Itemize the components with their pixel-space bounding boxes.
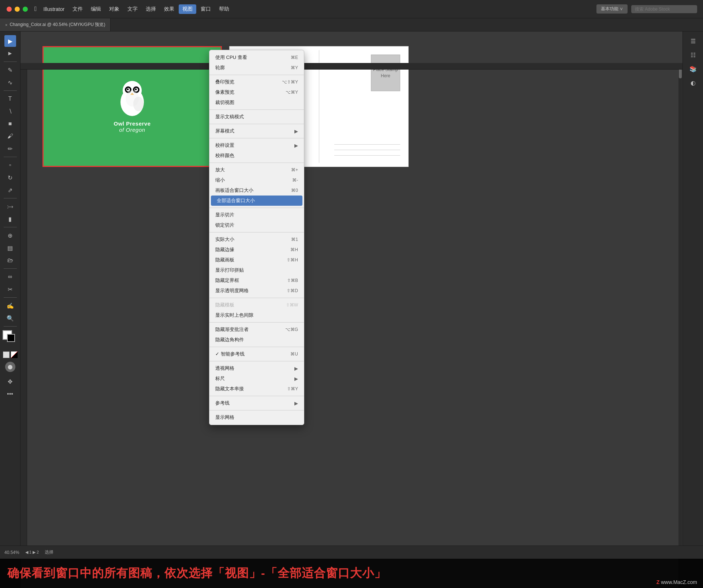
blend-tool[interactable]: ∞ [4,271,16,283]
menu-item-hide-artboards[interactable]: 隐藏画板 ⇧⌘H [209,255,304,265]
menu-item-overprint[interactable]: 叠印预览 ⌥⇧⌘Y [209,77,304,87]
watermark: Z www.MacZ.com [656,579,697,585]
more-tools[interactable]: ••• [4,388,16,400]
menu-item-fit-artboard[interactable]: 画板适合窗口大小 ⌘0 [209,185,304,196]
stamp-area: Place Stamp Here [371,55,400,91]
menu-item-show-transparency-grid[interactable]: 显示透明度网格 ⇧⌘D [209,286,304,296]
svg-point-7 [135,89,137,90]
hand-tool[interactable]: ✍ [4,300,16,312]
menu-item-lock-slices[interactable]: 锁定切片 [209,220,304,230]
nav-arrows[interactable]: ◀ 1 ▶ 2 [25,550,39,555]
select-tool[interactable]: ▶ [4,35,16,47]
menu-item-zoom-out[interactable]: 缩小 ⌘- [209,175,304,185]
none-color[interactable] [3,351,10,358]
warp-tool[interactable]: ⧴ [4,201,16,212]
paint-brush-tool[interactable]: 🖌 [4,130,16,142]
instruction-text: 确保看到窗口中的所有图稿，依次选择「视图」-「全部适合窗口大小」 [7,565,386,581]
stroke-color-box[interactable] [7,334,15,342]
scissor-tool[interactable]: ✂ [4,283,16,295]
type-tool[interactable]: T [4,93,16,105]
menu-text[interactable]: 文字 [124,4,141,14]
vertical-scrollbar[interactable] [678,63,682,588]
view-dropdown-menu: 使用 CPU 查看 ⌘E 轮廓 ⌘Y 叠印预览 ⌥⇧⌘Y 像素预览 ⌥⌘Y [209,50,304,425]
menu-view[interactable]: 视图 [179,4,196,14]
fullscreen-button[interactable] [23,7,28,12]
menu-item-cpu-view[interactable]: 使用 CPU 查看 ⌘E [209,52,304,63]
menu-item-proof-setup[interactable]: 校样设置 ▶ [209,140,304,150]
swap-colors[interactable] [11,351,18,358]
pen-tool[interactable]: ✎ [4,64,16,76]
menu-item-smart-guides[interactable]: ✓ 智能参考线 ⌘U [209,349,304,359]
minimize-button[interactable] [15,7,20,12]
menu-item-fit-all[interactable]: 全部适合窗口大小 [211,196,302,206]
menu-item-hide-template[interactable]: 隐藏模板 ⇧⌘W [209,300,304,310]
mesh-tool[interactable]: ⊕ [4,230,16,241]
address-lines [334,144,400,156]
tab-close-icon[interactable]: × [5,23,7,27]
menu-file[interactable]: 文件 [69,4,86,14]
menu-item-show-live-paint-gaps[interactable]: 显示实时上色间隙 [209,310,304,320]
document-tab[interactable]: × Changing_Color.ai @ 40.54% (CMYK/GPU 预… [0,18,111,31]
menu-item-presentation-mode[interactable]: 显示文稿模式 [209,112,304,122]
pencil-tool[interactable]: ✏ [4,143,16,155]
menu-section-9: 隐藏模板 ⇧⌘W 显示实时上色间隙 [209,299,304,321]
fill-mode[interactable]: ⬤ [5,362,15,372]
menu-help[interactable]: 帮助 [215,4,233,14]
menu-item-pixel-preview[interactable]: 像素预览 ⌥⌘Y [209,87,304,97]
menu-item-screen-mode[interactable]: 屏幕模式 ▶ [209,126,304,136]
menu-item-perspective-grid[interactable]: 透视网格 ▶ [209,363,304,373]
rectangle-tool[interactable]: ■ [4,118,16,130]
menu-item-rulers[interactable]: 标尺 ▶ [209,373,304,384]
scale-tool[interactable]: ⇗ [4,184,16,196]
menu-item-show-slices[interactable]: 显示切片 [209,210,304,220]
menu-window[interactable]: 窗口 [197,4,215,14]
addr-line-1 [334,144,400,145]
menu-section-10: 隐藏渐变批注者 ⌥⌘G 隐藏边角构件 [209,324,304,346]
menu-item-actual-size[interactable]: 实际大小 ⌘1 [209,234,304,245]
gradient-tool[interactable]: ▤ [4,242,16,254]
menu-object[interactable]: 对象 [105,4,123,14]
vertical-ruler [21,70,27,546]
menu-item-hide-bounding-box[interactable]: 隐藏定界框 ⇧⌘B [209,275,304,286]
line-tool[interactable]: ∖ [4,105,16,117]
menu-item-crop-view[interactable]: 裁切视图 [209,97,304,108]
menu-edit[interactable]: 编辑 [87,4,105,14]
menu-item-hide-edges[interactable]: 隐藏边缘 ⌘H [209,245,304,255]
menu-item-hide-gradient-annotator[interactable]: 隐藏渐变批注者 ⌥⌘G [209,324,304,335]
eraser-tool[interactable]: ▫ [4,159,16,171]
menu-item-hide-text-threads[interactable]: 隐藏文本串接 ⇧⌘Y [209,384,304,394]
search-input[interactable] [631,5,697,13]
libraries-icon[interactable]: 📚 [687,63,699,75]
menu-select[interactable]: 选择 [142,4,160,14]
menu-item-hide-corner-widget[interactable]: 隐藏边角构件 [209,335,304,345]
menu-bar: Illustrator 文件 编辑 对象 文字 选择 效果 视图 窗口 帮助 [40,4,596,14]
menu-item-guides[interactable]: 参考线 ▶ [209,398,304,408]
rotate-tool[interactable]: ↻ [4,172,16,183]
menu-effect[interactable]: 效果 [160,4,178,14]
curvature-tool[interactable]: ∿ [4,77,16,88]
menu-item-zoom-in[interactable]: 放大 ⌘+ [209,165,304,175]
properties-icon[interactable]: ☷ [687,49,699,61]
eyedropper-tool[interactable]: 🗁 [4,254,16,266]
tab-title: Changing_Color.ai @ 40.54% (CMYK/GPU 预览) [10,22,105,28]
menu-item-proof-colors[interactable]: 校样颜色 [209,150,304,161]
selection-label: 选择 [45,549,53,555]
menu-section-3: 显示文稿模式 [209,111,304,123]
workspace-button[interactable]: 基本功能 ∨ [596,4,628,14]
close-button[interactable] [7,7,12,12]
color-wheel-icon[interactable]: ◐ [687,77,699,89]
menu-illustrator[interactable]: Illustrator [40,5,68,14]
traffic-lights [0,7,34,12]
menu-section-14: 显示网格 [209,412,304,423]
artboard-tool[interactable]: ✥ [4,376,16,387]
menu-item-show-grid[interactable]: 显示网格 [209,412,304,423]
tabbar: × Changing_Color.ai @ 40.54% (CMYK/GPU 预… [0,18,703,31]
svg-point-10 [133,97,144,111]
graph-tool[interactable]: ▮ [4,213,16,225]
layers-icon[interactable]: ☰ [687,35,699,47]
direct-select-tool[interactable]: ► [4,48,16,59]
menu-item-show-print-tiling[interactable]: 显示打印拼贴 [209,265,304,275]
zoom-tool[interactable]: 🔍 [4,312,16,324]
menu-item-outline[interactable]: 轮廓 ⌘Y [209,63,304,73]
canvas-area[interactable]: Owl Preserve of Oregon Place Stamp Here … [21,31,682,588]
